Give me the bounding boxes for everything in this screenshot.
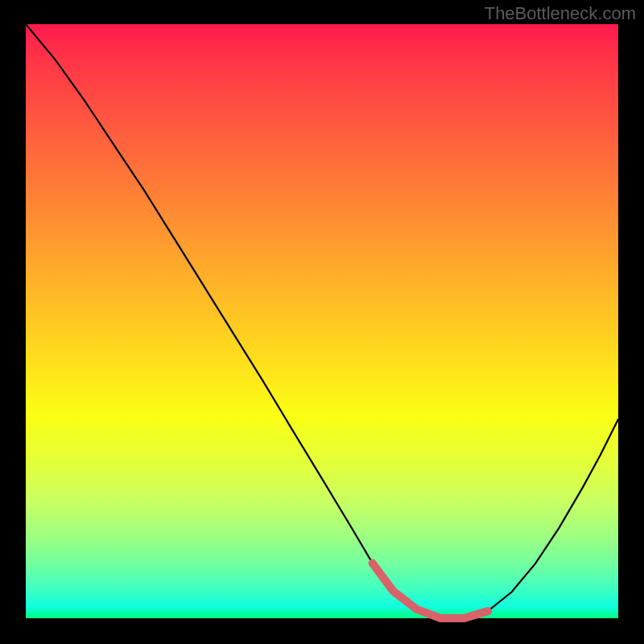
attribution-text: TheBottleneck.com [485,3,636,24]
highlight-segment-path [373,563,488,618]
chart-plot-area [26,24,618,618]
chart-svg [26,24,618,618]
bottleneck-curve-path [26,24,618,618]
